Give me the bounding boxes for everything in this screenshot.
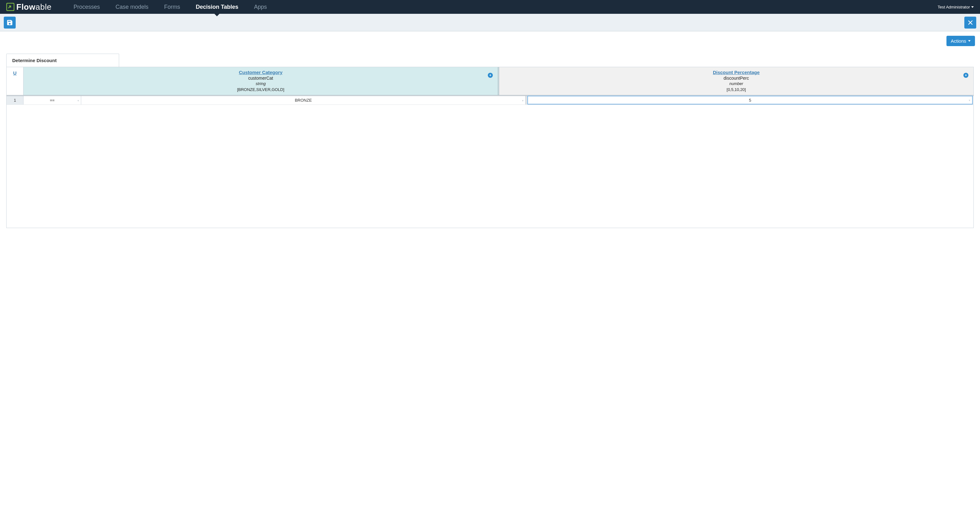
- plus-icon: +: [488, 73, 493, 78]
- actions-label: Actions: [951, 38, 966, 44]
- nav-processes[interactable]: Processes: [73, 0, 100, 14]
- logo: Flowable: [6, 2, 51, 12]
- chevron-down-icon: [971, 6, 974, 8]
- output-cell-value: 5: [749, 98, 751, 102]
- nav-decision-tables[interactable]: Decision Tables: [196, 0, 238, 14]
- actions-button[interactable]: Actions: [947, 36, 975, 46]
- close-button[interactable]: [964, 17, 976, 29]
- table-row: 1 == ▾ BRONZE ▾ 5 ▾: [6, 96, 974, 105]
- nav-forms[interactable]: Forms: [164, 0, 180, 14]
- logo-text: Flowable: [16, 2, 51, 12]
- output-column-type: number: [502, 81, 970, 86]
- input-column-type: string: [27, 81, 495, 86]
- input-value-cell[interactable]: BRONZE ▾: [81, 96, 527, 104]
- table-name-tab[interactable]: Determine Discount: [6, 54, 119, 67]
- row-number: 1: [6, 96, 24, 104]
- nav-case-models[interactable]: Case models: [115, 0, 148, 14]
- input-column-header[interactable]: Customer Category customerCat string [BR…: [24, 67, 499, 95]
- dropdown-caret-icon: ▾: [969, 99, 970, 102]
- decision-table: U Customer Category customerCat string […: [6, 67, 974, 228]
- output-column-label[interactable]: Discount Percentage: [502, 70, 970, 75]
- save-icon: [6, 19, 13, 26]
- top-navbar: Flowable Processes Case models Forms Dec…: [0, 0, 980, 14]
- decision-table-editor: Determine Discount U Customer Category c…: [0, 46, 980, 235]
- table-empty-area[interactable]: [6, 105, 974, 228]
- close-icon: [967, 19, 974, 26]
- hit-policy-link[interactable]: U: [13, 70, 17, 76]
- output-column-values: [0,5,10,20]: [502, 87, 970, 92]
- input-column-label[interactable]: Customer Category: [27, 70, 495, 75]
- operator-value: ==: [50, 98, 54, 102]
- input-column-variable: customerCat: [27, 76, 495, 81]
- user-menu[interactable]: Test Administrator: [938, 5, 974, 10]
- output-column-variable: discountPerc: [502, 76, 970, 81]
- input-column-values: [BRONZE,SILVER,GOLD]: [27, 87, 495, 92]
- plus-icon: +: [963, 73, 969, 78]
- editor-toolbar: [0, 14, 980, 31]
- nav-items: Processes Case models Forms Decision Tab…: [73, 0, 937, 14]
- header-row: U Customer Category customerCat string […: [6, 67, 974, 96]
- nav-apps[interactable]: Apps: [254, 0, 267, 14]
- add-input-column-button[interactable]: +: [488, 73, 493, 78]
- hit-policy-cell[interactable]: U: [6, 67, 24, 95]
- operator-cell[interactable]: == ▾: [24, 96, 81, 104]
- actions-bar: Actions: [0, 31, 980, 46]
- output-value-cell[interactable]: 5 ▾: [527, 96, 973, 104]
- dropdown-caret-icon: ▾: [522, 99, 523, 102]
- caret-down-icon: [968, 40, 970, 42]
- add-output-column-button[interactable]: +: [963, 73, 969, 78]
- output-column-header[interactable]: Discount Percentage discountPerc number …: [499, 67, 974, 95]
- dropdown-caret-icon: ▾: [78, 99, 79, 102]
- input-cell-value: BRONZE: [295, 98, 312, 102]
- user-name: Test Administrator: [938, 5, 970, 10]
- save-button[interactable]: [4, 17, 16, 29]
- logo-icon: [6, 3, 14, 11]
